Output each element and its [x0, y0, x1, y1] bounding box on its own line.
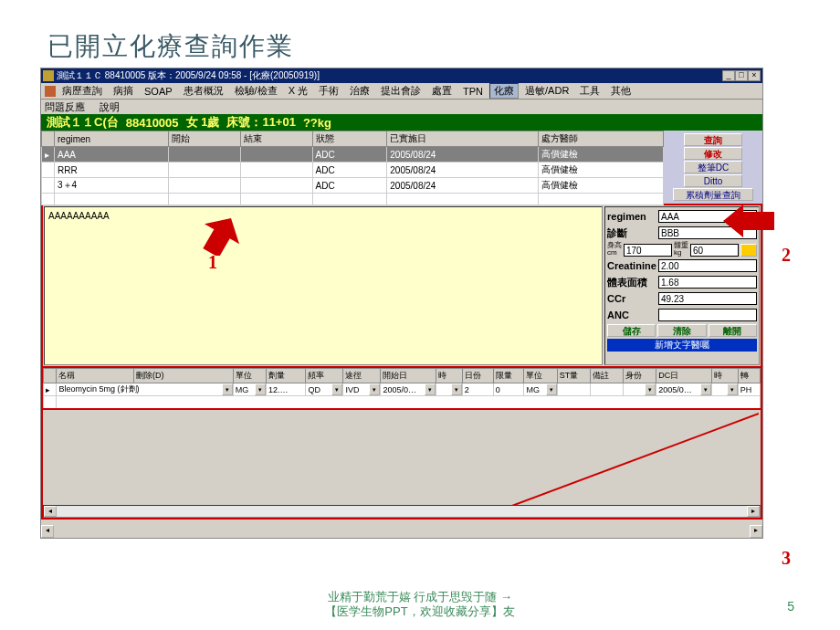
drug-row[interactable]: ▸ Bleomycin 5mg (針劑)▾ MG▾ 12.… QD▾ IVD▾ … [44, 383, 761, 396]
menu-item[interactable]: 處置 [427, 84, 457, 98]
app-icon [43, 70, 54, 81]
patient-bed: 床號：11+01 [226, 114, 296, 131]
chevron-down-icon[interactable]: ▾ [255, 383, 266, 395]
app-window: 測試１１Ｃ 88410005 版本：2005/9/24 09:58 - [化療(… [40, 68, 763, 539]
annotation-number-2: 2 [782, 245, 791, 266]
dx-label: 診斷 [607, 226, 658, 240]
menu-item[interactable]: 治療 [345, 84, 374, 98]
dx-input[interactable] [658, 226, 757, 239]
bsa-label: 體表面積 [607, 276, 658, 289]
height-input[interactable] [624, 244, 672, 257]
minimize-button[interactable]: _ [722, 70, 735, 81]
chevron-down-icon[interactable]: ▾ [700, 383, 711, 395]
window-scrollbar[interactable]: ◂ ▸ [41, 525, 762, 538]
calc-button[interactable] [740, 244, 757, 257]
svg-line-0 [485, 414, 759, 516]
weight-input[interactable] [690, 244, 739, 257]
col-doctor[interactable]: 處方醫師 [539, 131, 664, 147]
chevron-down-icon[interactable]: ▾ [645, 383, 656, 395]
menu-item[interactable]: 其他 [606, 84, 635, 98]
ccr-label: CCr [607, 293, 658, 304]
menu-item[interactable]: 工具 [575, 84, 604, 98]
chevron-down-icon[interactable]: ▾ [425, 383, 436, 395]
patient-banner: 測試１１C(台 88410005 女 1歲 床號：11+01 ??kg [41, 114, 762, 131]
slide-footer: 业精于勤荒于嬉 行成于思毁于随 → 【医学生物PPT，欢迎收藏分享】友 [0, 590, 840, 619]
table-row[interactable] [42, 194, 664, 205]
h-scrollbar[interactable]: ◂ ▸ [43, 505, 761, 518]
patient-id: 88410005 [126, 116, 179, 130]
query-button[interactable]: 查詢 [684, 133, 742, 146]
chevron-down-icon[interactable]: ▾ [369, 383, 380, 395]
scroll-left-icon[interactable]: ◂ [44, 506, 57, 517]
regimen-input[interactable] [658, 210, 757, 223]
ccr-input[interactable] [658, 292, 757, 305]
menu-item[interactable]: 說明 [100, 100, 120, 114]
anc-label: ANC [607, 310, 658, 320]
patient-name: 測試１１C(台 [47, 114, 119, 131]
lower-area: ◂ ▸ [41, 410, 762, 520]
clear-button[interactable]: 清除 [657, 324, 706, 337]
leave-button[interactable]: 離開 [709, 324, 757, 337]
annotation-number-1: 1 [208, 252, 217, 273]
scroll-left-icon[interactable]: ◂ [41, 525, 54, 538]
scroll-right-icon[interactable]: ▸ [747, 506, 760, 517]
close-button[interactable]: × [748, 70, 761, 81]
menu-bar-2: 問題反應 說明 [41, 100, 762, 114]
drug-table[interactable]: 名稱 刪除(D) 單位 劑量 頻率 途徑 開始日 時 日份 限量 單位 ST量 … [41, 366, 762, 410]
menu-item[interactable]: 提出會診 [376, 84, 425, 98]
page-number: 5 [787, 599, 794, 614]
slide-title: 已開立化療查詢作業 [47, 29, 294, 64]
regimen-label: regimen [607, 211, 658, 222]
table-row[interactable]: 3＋4 ADC2005/08/24高價健檢 [42, 178, 664, 194]
scroll-right-icon[interactable]: ▸ [750, 525, 762, 538]
window-titlebar: 測試１１Ｃ 88410005 版本：2005/9/24 09:58 - [化療(… [41, 68, 762, 83]
patient-weight: ??kg [303, 116, 331, 130]
menu-item[interactable]: 患者概況 [179, 84, 228, 98]
table-row[interactable]: ▸AAA ADC2005/08/24高價健檢 [42, 147, 664, 163]
info-panel: regimen 診斷 身高cm 體重kg Creatinine 體表面積 CCr… [604, 206, 760, 365]
ditto-button[interactable]: Ditto [684, 174, 742, 187]
table-row[interactable]: RRR ADC2005/08/24高價健檢 [42, 163, 664, 178]
col-regimen[interactable]: regimen [55, 131, 169, 147]
bsa-input[interactable] [658, 276, 757, 289]
anc-input[interactable] [658, 309, 757, 321]
menu-bar: 病歷查詢 病摘 SOAP 患者概況 檢驗/檢查 X 光 手術 治療 提出會診 處… [41, 83, 762, 100]
menu-item-active[interactable]: 化療 [489, 83, 519, 99]
menu-item[interactable]: 手術 [314, 84, 343, 98]
col-end[interactable]: 結束 [240, 131, 312, 147]
whole-dc-button[interactable]: 整筆DC [684, 161, 742, 173]
chevron-down-icon[interactable]: ▾ [222, 383, 233, 395]
menu-icon [45, 86, 56, 97]
chevron-down-icon[interactable]: ▾ [546, 383, 557, 395]
chevron-down-icon[interactable]: ▾ [451, 383, 462, 395]
cr-input[interactable] [658, 259, 757, 272]
drug-row[interactable] [44, 396, 761, 409]
menu-item[interactable]: 檢驗/檢查 [230, 84, 282, 98]
cr-label: Creatinine [607, 260, 658, 271]
memo-area[interactable]: AAAAAAAAAA [44, 206, 603, 365]
col-start[interactable]: 開始 [169, 131, 241, 147]
col-status[interactable]: 狀態 [312, 131, 387, 147]
maximize-button[interactable]: □ [735, 70, 748, 81]
save-button[interactable]: 儲存 [607, 324, 656, 337]
new-text-order-button[interactable]: 新增文字醫囑 [607, 339, 757, 352]
chevron-down-icon[interactable]: ▾ [727, 383, 738, 395]
annotation-number-3: 3 [782, 548, 791, 569]
menu-item[interactable]: 過敏/ADR [520, 84, 573, 98]
regimen-table[interactable]: regimen 開始 結束 狀態 已實施日 處方醫師 ▸AAA ADC2005/… [41, 131, 664, 204]
menu-item[interactable]: 病歷查詢 [58, 84, 107, 98]
menu-item[interactable]: TPN [458, 86, 488, 97]
window-title: 測試１１Ｃ 88410005 版本：2005/9/24 09:58 - [化療(… [57, 69, 320, 82]
action-panel: 查詢 修改 整筆DC Ditto 累積劑量查詢 [664, 131, 762, 204]
col-date[interactable]: 已實施日 [387, 131, 539, 147]
chevron-down-icon[interactable]: ▾ [331, 383, 342, 395]
patient-sex-age: 女 1歲 [186, 114, 220, 131]
menu-item[interactable]: 問題反應 [45, 100, 85, 114]
modify-button[interactable]: 修改 [684, 147, 742, 160]
menu-item[interactable]: 病摘 [109, 84, 138, 98]
menu-item[interactable]: SOAP [140, 86, 177, 97]
review-button[interactable]: 累積劑量查詢 [673, 188, 753, 201]
menu-item[interactable]: X 光 [284, 84, 312, 98]
